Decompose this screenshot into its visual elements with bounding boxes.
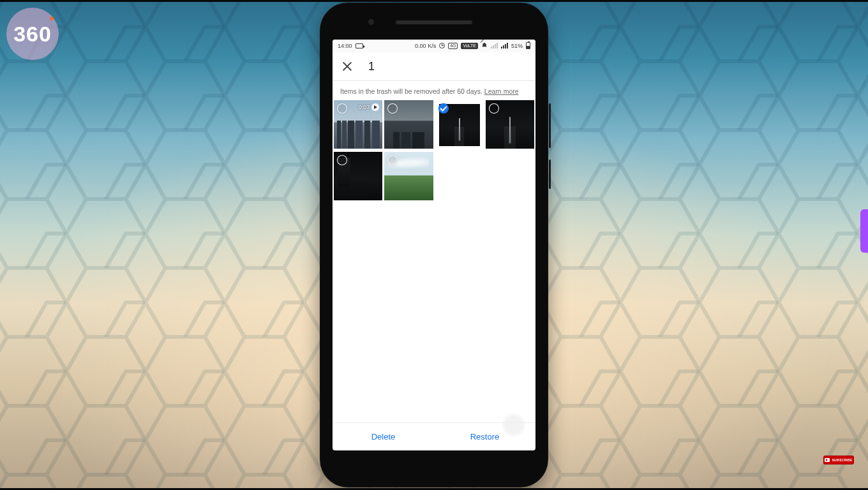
fourg-badge: 4G	[448, 43, 458, 49]
trash-thumb[interactable]	[384, 100, 433, 149]
video-duration: 0:07	[359, 104, 370, 110]
select-circle-icon[interactable]	[337, 155, 347, 165]
letterbox	[0, 0, 868, 2]
earpiece	[396, 20, 472, 24]
select-circle-icon[interactable]	[489, 103, 499, 114]
side-indicator	[860, 209, 868, 253]
trash-thumb[interactable]	[384, 152, 433, 200]
channel-badge: 360	[6, 8, 59, 60]
front-camera	[368, 19, 374, 25]
play-icon	[371, 103, 379, 111]
learn-more-link[interactable]: Learn more	[484, 87, 519, 95]
dnd-icon	[481, 43, 488, 49]
battery-icon	[526, 42, 530, 49]
trash-thumb[interactable]: 0:07	[334, 100, 382, 149]
trash-grid: 0:07	[333, 100, 535, 200]
status-battery-pct: 51%	[511, 43, 523, 49]
videocam-icon	[355, 43, 363, 48]
trash-thumb-selected[interactable]	[435, 100, 484, 150]
channel-badge-text: 360	[13, 22, 52, 47]
delete-button[interactable]: Delete	[333, 423, 434, 450]
subscribe-label: SUBSCRIBE	[832, 458, 852, 462]
selected-check-icon[interactable]	[438, 103, 449, 114]
status-time: 14:00	[338, 43, 352, 49]
phone-screen: 14:00 0.00 K/s 4G VoLTE 51% 1 Items in t…	[333, 40, 535, 450]
subscribe-button[interactable]: SUBSCRIBE	[823, 456, 854, 464]
youtube-icon	[825, 458, 830, 462]
degree-dot-icon	[50, 17, 54, 20]
trash-thumb[interactable]	[486, 100, 534, 149]
restore-button[interactable]: Restore	[434, 423, 535, 450]
trash-notice-text: Items in the trash will be removed after…	[340, 87, 484, 95]
trash-thumb[interactable]	[334, 152, 382, 200]
status-net-speed: 0.00 K/s	[415, 43, 436, 49]
bottom-action-bar: Delete Restore	[333, 422, 535, 450]
trash-notice: Items in the trash will be removed after…	[333, 81, 535, 100]
phone-frame: 14:00 0.00 K/s 4G VoLTE 51% 1 Items in t…	[320, 3, 548, 487]
video-badge: 0:07	[359, 103, 380, 111]
volte-badge: VoLTE	[461, 43, 478, 49]
close-icon[interactable]	[341, 61, 353, 72]
status-bar: 14:00 0.00 K/s 4G VoLTE 51%	[333, 40, 535, 52]
selection-toolbar: 1	[333, 52, 535, 80]
selection-count: 1	[368, 60, 375, 73]
alarm-icon	[439, 43, 445, 48]
signal-empty-icon	[491, 43, 498, 48]
signal-icon	[501, 43, 508, 48]
select-circle-icon[interactable]	[337, 103, 347, 114]
